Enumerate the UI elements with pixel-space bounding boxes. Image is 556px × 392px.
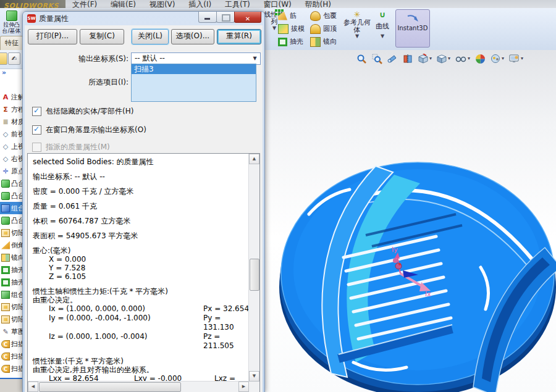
view-orientation-icon[interactable]: ▾ [418,53,432,65]
assigned-mass-properties-checkbox: 指派的质量属性(M) [32,142,110,152]
flyout-arrow-icon[interactable]: ▼ [343,34,371,39]
scrollbar-thumb[interactable] [39,382,181,392]
dialog-title-bar[interactable]: 质量属性 [23,12,264,25]
copy-button[interactable]: 复制(C) [80,29,124,44]
horizontal-scrollbar[interactable]: ◀ ▶ [28,381,249,392]
tree-item-cut[interactable]: 切除 [0,227,22,239]
flyout-arrow-icon[interactable]: ▼ [372,34,393,39]
propertymanager-tab-icon[interactable]: ✍ [8,52,20,65]
checkbox-checked-icon[interactable] [32,125,41,135]
zoom-to-area-icon[interactable] [371,53,383,65]
selected-items-label: 所选项目(I): [43,77,128,88]
tree-item-shell[interactable]: 抽壳 [0,264,22,276]
cut-extrude-icon [1,315,10,323]
tree-item-right-plane[interactable]: ◇右视基准面 [0,152,22,165]
principal-axis-row: Iy = (0.000, -0.004, -1.000)Py = 131.130 [33,314,249,332]
menu-edit[interactable]: 编辑(E) [105,0,141,9]
maximize-button[interactable] [216,12,235,23]
combine-icon [1,291,10,299]
sweep-icon: C [1,352,10,361]
tree-item-boss[interactable]: 凸台 [0,214,22,227]
chevron-down-icon[interactable]: ▼ [251,54,259,62]
scroll-right-icon[interactable]: ▶ [238,382,249,392]
tree-item-combine-selected[interactable]: 组合 [0,202,22,214]
mirror-button[interactable]: 镜向 [309,36,338,48]
tree-item-origin[interactable]: ✛原点 [0,165,22,177]
include-hidden-checkbox[interactable]: 包括隐藏的实体/零部件(H) [32,106,133,117]
tree-item-top-plane[interactable]: ◇上视基准面 [0,140,22,152]
coordinate-system-select[interactable]: -- 默认 -- ▼ [131,52,261,65]
scrollbar-thumb[interactable] [250,259,259,291]
recalculate-button[interactable]: 重算(R) [217,29,261,44]
extruded-boss-icon [6,10,17,21]
tree-item-sketch[interactable]: ✎草图 [0,325,22,338]
scroll-down-icon[interactable]: ▼ [249,371,259,382]
tree-item-sweep[interactable]: C扫描 [0,350,22,362]
apply-scene-icon[interactable]: ▾ [490,53,505,65]
draft-button[interactable]: 拔模 [277,23,306,35]
curves-button[interactable]: ∪ 曲线 ▼ [372,9,393,48]
panel-chevron-icon[interactable]: » [0,69,22,78]
close-dialog-button[interactable]: 关闭(L) [132,29,169,44]
minimize-button[interactable] [198,12,217,23]
vertical-scrollbar[interactable]: ▲ ▼ [248,154,259,382]
menu-window[interactable]: 窗口(W) [258,0,297,9]
mass-properties-dialog: 质量属性 打印(P)... 复制(C) 关闭(L) 选项(O)... 重算(R)… [22,11,265,392]
checkbox-checked-icon[interactable] [32,107,41,116]
display-style-icon[interactable]: ▾ [436,53,451,65]
tree-item-equations[interactable]: Σ方程式 [0,103,22,115]
view-settings-icon[interactable]: ▾ [508,53,524,65]
tree-item-sweep[interactable]: C扫描 [0,362,22,375]
menu-insert[interactable]: 插入(I) [183,0,217,9]
section-view-icon[interactable] [402,53,414,65]
tree-item-cut[interactable]: 切除 [0,301,22,313]
zoom-to-fit-icon[interactable] [356,53,368,65]
instant3d-icon [406,14,419,23]
scroll-up-icon[interactable]: ▲ [249,154,259,164]
panel-tabs: ✍ [0,50,22,69]
print-button[interactable]: 打印(P)... [28,29,77,44]
previous-view-icon[interactable] [387,53,398,65]
close-icon[interactable] [234,12,261,23]
scroll-left-icon[interactable]: ◀ [28,382,38,392]
dome-button[interactable]: 圆顶 [309,23,338,35]
tree-item-combine[interactable]: 组合 [0,288,22,301]
list-item-selected[interactable]: 扫描3 [132,64,256,74]
principal-axis-row: Iz = (0.000, 1.000, -0.004)Pz = 211.505 [33,332,249,351]
extruded-boss-button[interactable]: 拉伸凸台/基体 [1,10,22,35]
menu-view[interactable]: 视图(V) [144,0,181,9]
tree-item-front-plane[interactable]: ◇前视基准面 [0,128,22,140]
featuremanager-tab-icon[interactable] [0,52,7,65]
wrap-button[interactable]: 包覆 [309,10,338,22]
mass-properties-report: selected Solid Bodies: 的质量属性 输出坐标系: -- 默… [27,153,260,392]
tree-item-cut[interactable]: 切除 [0,313,22,325]
instant3d-toggle[interactable]: Instant3D [395,9,430,48]
options-button[interactable]: 选项(O)... [171,29,214,44]
feature-manager-panel: ✍ » A注解 Σ方程式 ≣材质 ◇前视基准面 ◇上视基准面 ◇右视基准面 ✛原… [0,50,23,392]
sweep-icon: C [1,340,10,348]
tree-item-sweep[interactable]: C扫描 [0,338,22,350]
tab-features[interactable]: 特征 [0,36,23,51]
reference-geometry-button[interactable]: ✳ 参考几何体 ▼ [343,9,371,48]
plane-icon: ◇ [1,130,10,138]
tree-item-mirror[interactable]: 镜向 [0,251,22,264]
hide-show-items-icon[interactable]: ▾ [455,53,471,65]
selected-items-listbox[interactable]: 扫描3 [131,64,256,102]
chamfer-icon [1,241,10,249]
show-coordinate-system-checkbox[interactable]: 在窗口角落显示输出坐标系(O) [32,125,146,135]
tree-item-shell[interactable]: 抽壳 [0,276,22,288]
tree-item-boss[interactable]: 凸台 [0,177,22,190]
scrollbar-corner [249,382,259,392]
menu-help[interactable]: 帮助(H) [300,0,337,9]
menu-tools[interactable]: 工具(T) [219,0,256,9]
edit-appearance-icon[interactable] [474,53,486,65]
tree-item-material[interactable]: ≣材质 [0,115,22,128]
shell-button[interactable]: 抽壳 [277,36,306,48]
dialog-title: 质量属性 [39,12,69,25]
tree-item-boss[interactable]: 凸台 [0,190,22,202]
menu-file[interactable]: 文件(F) [67,0,103,9]
tree-item-chamfer[interactable]: 倒角 [0,239,22,251]
rib-button[interactable]: 筋 [277,10,306,22]
tree-item-annotations[interactable]: A注解 [0,91,22,103]
shell-icon [1,278,10,286]
